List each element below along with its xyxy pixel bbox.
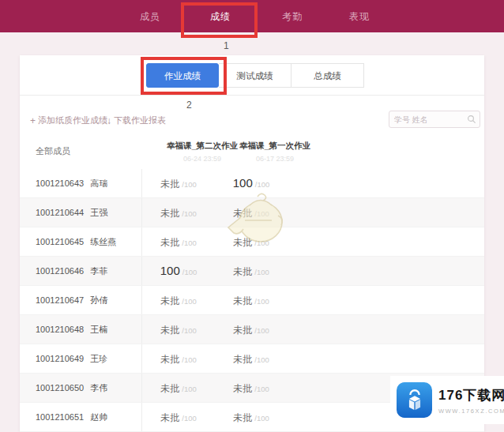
site-watermark: 176下载网 WWW.176XZ.COM: [390, 376, 504, 424]
download-report-label: 下载作业报表: [114, 115, 166, 126]
download-icon: ↓: [107, 115, 111, 126]
add-paper-grades-button[interactable]: + 添加纸质作业成绩: [30, 115, 107, 126]
score-value: 未批: [160, 354, 179, 365]
score-cell[interactable]: 100/100: [215, 176, 288, 190]
student-id: 1001210648: [36, 325, 84, 334]
table-row: 1001210647 孙倩 未批/100 未批/100: [20, 286, 484, 315]
member-cell: 1001210648 王楠: [20, 315, 142, 344]
score-total: /100: [254, 239, 269, 247]
score-total: /100: [254, 297, 269, 306]
score-value: 100: [160, 264, 180, 277]
annotation-box-homework-tab: [141, 57, 227, 95]
score-cell[interactable]: 未批/100: [142, 176, 215, 191]
score-total: /100: [182, 326, 197, 335]
score-cell[interactable]: 未批/100: [215, 410, 288, 425]
score-cell[interactable]: 未批/100: [215, 381, 288, 396]
table-row: 1001210648 王楠 未批/100 未批/100: [20, 315, 484, 344]
score-cell[interactable]: 未批/100: [215, 205, 288, 220]
score-cell[interactable]: 未批/100: [215, 322, 288, 337]
score-value: 未批: [160, 325, 179, 336]
assignment-deadline: 06-17 23:59: [228, 155, 322, 163]
search-input[interactable]: [393, 115, 467, 125]
score-cell[interactable]: 未批/100: [215, 264, 288, 279]
student-name: 孙倩: [90, 295, 107, 306]
score-total: /100: [182, 209, 197, 218]
score-total: /100: [255, 180, 270, 189]
page: 成员 成绩 考勤 表现 1 2 作业成绩 测试成绩 总成绩 + 添加纸质作业成绩…: [0, 0, 504, 432]
score-cell[interactable]: 未批/100: [142, 293, 215, 308]
table-row: 1001210649 王珍 未批/100 未批/100: [20, 344, 484, 374]
student-name: 王楠: [90, 324, 107, 336]
student-name: 王强: [90, 207, 107, 219]
score-cell[interactable]: 未批/100: [215, 351, 288, 366]
nav-item-members[interactable]: 成员: [140, 10, 160, 24]
nav-item-attendance[interactable]: 考勤: [282, 10, 303, 24]
score-value: 未批: [233, 266, 252, 277]
assignment-column-header-1[interactable]: 幸福课_第一次作业 06-17 23:59: [228, 141, 322, 163]
student-id: 1001210646: [36, 266, 84, 276]
member-cell: 1001210647 孙倩: [20, 286, 142, 314]
score-value: 100: [233, 176, 253, 190]
score-total: /100: [254, 385, 269, 393]
student-name: 高瑞: [90, 178, 107, 190]
score-total: /100: [182, 355, 197, 364]
score-value: 未批: [233, 354, 252, 365]
score-total: /100: [254, 355, 269, 364]
score-total: /100: [182, 268, 197, 276]
score-cell[interactable]: 100/100: [142, 264, 215, 278]
student-id: 1001210650: [36, 383, 84, 393]
score-total: /100: [182, 180, 197, 189]
member-cell: 1001210646 李菲: [20, 257, 142, 285]
member-column-header: 全部成员: [36, 145, 70, 157]
site-name: 176下载网: [438, 386, 504, 404]
student-id: 1001210643: [36, 178, 84, 188]
table-header: 全部成员 幸福课_第二次作业 06-24 23:59 幸福课_第一次作业 06-…: [20, 133, 484, 169]
search-icon[interactable]: [467, 115, 476, 124]
score-value: 未批: [160, 178, 179, 190]
score-value: 未批: [233, 208, 252, 219]
score-value: 未批: [233, 383, 252, 394]
site-watermark-text: 176下载网 WWW.176XZ.COM: [438, 386, 504, 415]
nav-item-performance[interactable]: 表现: [349, 10, 370, 24]
tab-test-grades[interactable]: 测试成绩: [219, 63, 291, 88]
score-cell[interactable]: 未批/100: [142, 351, 215, 366]
score-value: 未批: [160, 237, 179, 248]
score-value: 未批: [233, 237, 252, 248]
score-total: /100: [182, 414, 197, 423]
table-row: 1001210644 王强 未批/100 未批/100: [20, 198, 484, 227]
annotation-number-2: 2: [186, 100, 192, 111]
member-cell: 1001210645 练丝燕: [20, 227, 142, 256]
tab-total-grades[interactable]: 总成绩: [291, 63, 364, 88]
score-cell[interactable]: 未批/100: [142, 235, 215, 250]
student-name: 练丝燕: [90, 236, 116, 248]
score-value: 未批: [160, 383, 179, 394]
table-row: 1001210645 练丝燕 未批/100 未批/100: [20, 227, 484, 257]
member-cell: 1001210644 王强: [20, 198, 142, 227]
score-value: 未批: [233, 325, 252, 336]
score-value: 未批: [160, 295, 179, 306]
grade-tabs-bar: 作业成绩 测试成绩 总成绩: [20, 55, 484, 96]
score-cell[interactable]: 未批/100: [142, 322, 215, 337]
download-site-logo-icon: [397, 382, 432, 418]
grades-toolbar: + 添加纸质作业成绩 ↓ 下载作业报表: [20, 96, 484, 133]
annotation-box-grades: [181, 2, 258, 38]
annotation-number-1: 1: [224, 40, 229, 51]
score-value: 未批: [233, 412, 252, 423]
score-total: /100: [254, 209, 269, 218]
score-cell[interactable]: 未批/100: [215, 235, 288, 250]
score-total: /100: [182, 239, 197, 247]
table-row: 1001210643 高瑞 未批/100 100/100: [20, 169, 484, 198]
score-value: 未批: [160, 208, 179, 219]
student-name: 王珍: [90, 353, 107, 365]
score-cell[interactable]: 未批/100: [142, 205, 215, 220]
score-total: /100: [254, 326, 269, 335]
score-cell[interactable]: 未批/100: [142, 381, 215, 396]
member-cell: 1001210650 李伟: [20, 374, 142, 402]
student-name: 李伟: [90, 382, 107, 394]
score-cell[interactable]: 未批/100: [215, 293, 288, 308]
download-report-button[interactable]: ↓ 下载作业报表: [107, 115, 166, 126]
plus-icon: +: [30, 115, 36, 126]
score-cell[interactable]: 未批/100: [142, 410, 215, 425]
add-paper-grades-label: 添加纸质作业成绩: [38, 115, 107, 126]
member-cell: 1001210643 高瑞: [20, 169, 142, 197]
